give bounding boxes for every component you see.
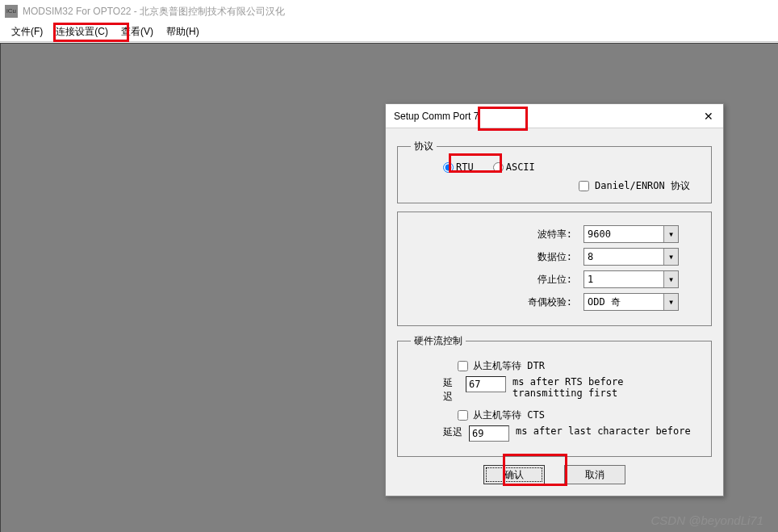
checkbox-dtr[interactable] — [458, 361, 468, 371]
parity-combo[interactable]: ODD 奇 ▾ — [584, 293, 679, 311]
checkbox-daniel[interactable] — [579, 181, 589, 191]
databits-value: 8 — [588, 251, 593, 262]
radio-rtu[interactable] — [443, 162, 454, 173]
protocol-legend: 协议 — [411, 140, 437, 153]
radio-rtu-label: RTU — [456, 161, 474, 173]
checkbox-daniel-label: Daniel/ENRON 协议 — [595, 179, 690, 193]
ok-button[interactable]: 确认 — [483, 465, 545, 484]
dtr-delay-input[interactable] — [466, 376, 506, 392]
cancel-button[interactable]: 取消 — [564, 465, 625, 484]
radio-rtu-wrap[interactable]: RTU — [443, 161, 474, 173]
parity-value: ODD 奇 — [588, 295, 621, 309]
databits-label: 数据位: — [537, 250, 572, 264]
menu-connection[interactable]: 连接设置(C) — [49, 23, 115, 41]
close-icon[interactable]: ✕ — [701, 110, 717, 123]
serial-params-group: 波特率: 9600 ▾ 数据位: 8 ▾ 停止位: 1 ▾ — [397, 212, 712, 326]
chevron-down-icon[interactable]: ▾ — [663, 294, 678, 310]
baud-label: 波特率: — [537, 228, 572, 241]
cts-delay-hint: ms after last character before — [516, 425, 691, 437]
chevron-down-icon[interactable]: ▾ — [663, 249, 678, 265]
checkbox-dtr-label: 从主机等待 DTR — [473, 359, 545, 373]
main-titlebar: iCu MODSIM32 For OPTO22 - 北京奥普图控制技术有限公司汉… — [0, 0, 778, 23]
window-title: MODSIM32 For OPTO22 - 北京奥普图控制技术有限公司汉化 — [23, 5, 285, 19]
flow-legend: 硬件流控制 — [411, 334, 466, 348]
menu-help[interactable]: 帮助(H) — [160, 23, 206, 41]
radio-ascii-wrap[interactable]: ASCII — [493, 161, 535, 173]
app-icon: iCu — [5, 5, 18, 18]
menu-view[interactable]: 查看(V) — [115, 23, 160, 41]
radio-ascii-label: ASCII — [506, 161, 535, 173]
parity-label: 奇偶校验: — [528, 295, 572, 309]
chevron-down-icon[interactable]: ▾ — [663, 226, 678, 242]
dtr-delay-label: 延迟 — [443, 376, 459, 404]
stopbits-value: 1 — [588, 274, 593, 285]
databits-combo[interactable]: 8 ▾ — [584, 248, 679, 266]
baud-combo[interactable]: 9600 ▾ — [584, 225, 679, 243]
stopbits-label: 停止位: — [537, 273, 572, 287]
checkbox-cts[interactable] — [458, 410, 468, 421]
dialog-title: Setup Comm Port 7 — [394, 111, 479, 122]
menu-file[interactable]: 文件(F) — [5, 23, 49, 41]
dialog-titlebar[interactable]: Setup Comm Port 7 ✕ — [386, 104, 723, 128]
cts-delay-input[interactable] — [469, 425, 509, 442]
radio-ascii[interactable] — [493, 162, 504, 173]
checkbox-cts-label: 从主机等待 CTS — [473, 408, 545, 422]
flow-control-group: 硬件流控制 从主机等待 DTR 延迟 ms after RTS before t… — [397, 334, 712, 457]
cts-delay-label: 延迟 — [443, 425, 462, 439]
stopbits-combo[interactable]: 1 ▾ — [584, 270, 679, 288]
chevron-down-icon[interactable]: ▾ — [663, 271, 678, 287]
protocol-group: 协议 RTU ASCII Daniel/ENRON 协议 — [397, 140, 712, 203]
setup-comm-dialog: Setup Comm Port 7 ✕ 协议 RTU ASCII Daniel/… — [385, 103, 724, 496]
dtr-delay-hint: ms after RTS before transmitting first — [512, 376, 698, 399]
menubar: 文件(F) 连接设置(C) 查看(V) 帮助(H) — [0, 23, 778, 42]
baud-value: 9600 — [588, 228, 611, 240]
